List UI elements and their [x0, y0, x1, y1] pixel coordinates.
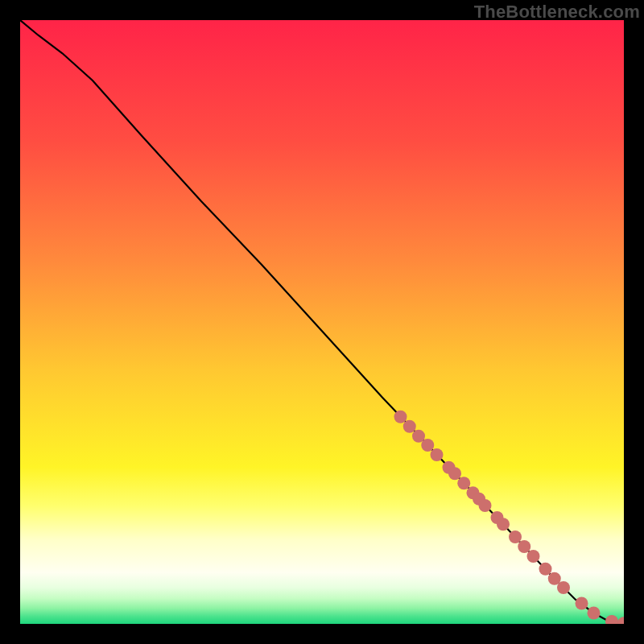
heat-gradient	[20, 20, 624, 624]
plot-area	[20, 20, 624, 624]
watermark-text: TheBottleneck.com	[474, 2, 640, 23]
chart-container: TheBottleneck.com	[0, 0, 644, 644]
svg-rect-0	[20, 20, 624, 624]
